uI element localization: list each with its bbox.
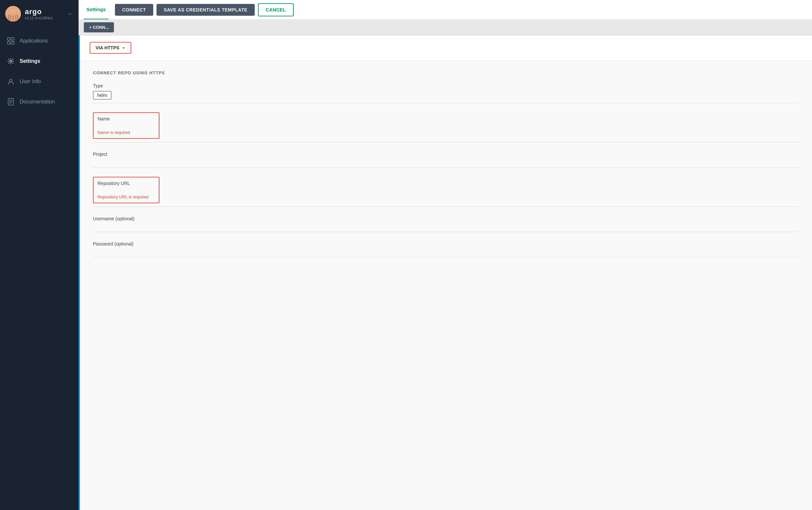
applications-label: Applications xyxy=(20,38,48,44)
project-input[interactable] xyxy=(93,158,799,164)
svg-rect-7 xyxy=(7,41,10,44)
sidebar-logo: argo v2.11.4+e1284e1 ← xyxy=(0,0,79,28)
name-label: Name xyxy=(97,116,155,121)
svg-point-10 xyxy=(9,79,12,82)
svg-point-3 xyxy=(11,11,12,12)
form-panel: VIA HTTPS ▼ CONNECT REPO USING HTTPS Typ… xyxy=(79,35,812,510)
settings-icon xyxy=(6,57,15,65)
app-name: argo xyxy=(25,7,53,16)
sidebar-item-documentation[interactable]: Documentation xyxy=(0,92,79,112)
cancel-button[interactable]: CANCEL xyxy=(258,3,294,17)
svg-point-0 xyxy=(8,7,18,17)
documentation-label: Documentation xyxy=(20,99,55,105)
documentation-icon xyxy=(6,97,15,106)
username-field: Username (optional) xyxy=(93,216,799,232)
svg-point-9 xyxy=(10,60,12,62)
back-arrow-icon[interactable]: ← xyxy=(67,10,73,17)
repo-url-input[interactable] xyxy=(97,187,155,193)
sidebar-item-settings[interactable]: Settings xyxy=(0,51,79,71)
repo-url-error: Repository URL is required xyxy=(97,194,155,199)
main-content: Settings CONNECT SAVE AS CREDENTIALS TEM… xyxy=(79,0,812,510)
sidebar-item-userinfo[interactable]: User Info xyxy=(0,71,79,92)
via-https-button[interactable]: VIA HTTPS ▼ xyxy=(90,42,131,54)
svg-rect-8 xyxy=(11,41,14,44)
sidebar-item-applications[interactable]: Applications xyxy=(0,31,79,51)
name-input[interactable] xyxy=(97,123,155,128)
userinfo-label: User Info xyxy=(20,79,41,85)
avatar xyxy=(5,6,21,22)
svg-point-4 xyxy=(14,11,16,12)
username-input[interactable] xyxy=(93,223,799,228)
chevron-down-icon: ▼ xyxy=(122,46,125,50)
via-https-bar: VIA HTTPS ▼ xyxy=(80,35,812,61)
content-area: VIA HTTPS ▼ CONNECT REPO USING HTTPS Typ… xyxy=(79,35,812,510)
name-error: Name is required xyxy=(97,130,155,135)
user-icon xyxy=(6,77,15,86)
add-connect-button[interactable]: + CONN... xyxy=(84,22,114,32)
topbar: Settings CONNECT SAVE AS CREDENTIALS TEM… xyxy=(79,0,812,20)
password-input[interactable] xyxy=(93,248,799,253)
logo-text: argo v2.11.4+e1284e1 xyxy=(25,7,53,20)
app-version: v2.11.4+e1284e1 xyxy=(25,16,53,20)
settings-tab[interactable]: Settings xyxy=(84,0,108,19)
type-field: Type helm xyxy=(93,83,799,103)
svg-rect-6 xyxy=(11,38,14,40)
project-label: Project xyxy=(93,152,799,157)
applications-icon xyxy=(6,37,15,45)
save-template-button[interactable]: SAVE AS CREDENTIALS TEMPLATE xyxy=(156,4,255,16)
sub-bar: + CONN... xyxy=(79,20,812,35)
sidebar-nav: Applications Settings User Info xyxy=(0,28,79,112)
sidebar: argo v2.11.4+e1284e1 ← Applications xyxy=(0,0,79,510)
form-section: CONNECT REPO USING HTTPS Type helm Name … xyxy=(80,61,812,510)
password-label: Password (optional) xyxy=(93,241,799,246)
project-field: Project xyxy=(93,152,799,168)
connect-button[interactable]: CONNECT xyxy=(115,4,153,16)
type-label: Type xyxy=(93,83,799,88)
name-field: Name Name is required xyxy=(93,112,799,142)
via-https-label: VIA HTTPS xyxy=(96,45,119,51)
type-value: helm xyxy=(93,91,111,99)
repo-url-label: Repository URL xyxy=(97,181,155,186)
section-title: CONNECT REPO USING HTTPS xyxy=(93,70,799,75)
svg-rect-5 xyxy=(7,38,10,40)
settings-label: Settings xyxy=(20,58,40,64)
username-label: Username (optional) xyxy=(93,216,799,221)
password-field: Password (optional) xyxy=(93,241,799,257)
name-input-box: Name Name is required xyxy=(93,112,160,139)
repo-url-field: Repository URL Repository URL is require… xyxy=(93,177,799,207)
repo-url-input-box: Repository URL Repository URL is require… xyxy=(93,177,160,203)
